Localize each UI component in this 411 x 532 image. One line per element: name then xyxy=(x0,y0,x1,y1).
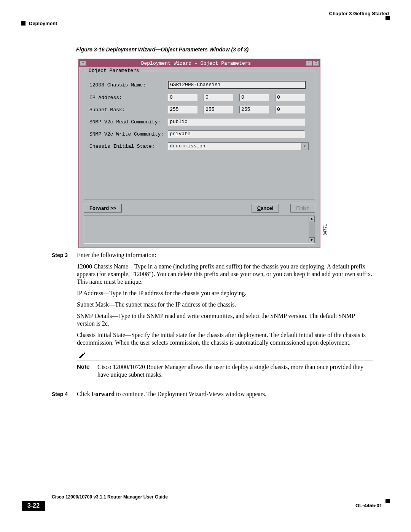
initial-state-select[interactable]: decommission xyxy=(168,142,301,150)
header-marker-icon xyxy=(386,16,390,20)
ip-octet-2-input[interactable]: 0 xyxy=(204,94,233,101)
scroll-up-icon[interactable]: ▲ xyxy=(309,216,315,222)
step-3-label: Step 3 xyxy=(52,251,77,387)
initial-state-label: Chassis Initial State: xyxy=(89,144,168,149)
step-3-p2: IP Address—Type in the IP address for th… xyxy=(77,289,373,297)
ip-octet-1-input[interactable]: 0 xyxy=(168,94,198,101)
footer-doc-code: OL-4455-01 xyxy=(355,503,382,508)
ip-octet-4-input[interactable]: 0 xyxy=(275,94,305,101)
figure-caption: Figure 3-16 Deployment Wizard—Object Par… xyxy=(76,46,249,53)
note-pencil-icon xyxy=(77,352,89,361)
chassis-name-label: 12008 Chassis Name: xyxy=(89,82,168,88)
scroll-down-icon[interactable]: ▼ xyxy=(309,237,315,243)
scroll-track[interactable] xyxy=(309,222,315,237)
section-header: Deployment xyxy=(29,21,57,26)
section-marker-icon xyxy=(21,21,25,26)
object-parameters-group: Object Parameters 12008 Chassis Name: GS… xyxy=(84,71,315,200)
note-text: Cisco 12000/10720 Router Manager allows … xyxy=(97,363,373,379)
finish-button: Finish xyxy=(290,204,315,212)
footer-guide-title: Cisco 12000/10700 v3.1.1 Router Manager … xyxy=(52,494,389,500)
image-id: 84771 xyxy=(323,224,327,236)
step-3-p3: Subnet Mask—The subnet mask for the IP a… xyxy=(77,301,373,308)
group-legend: Object Parameters xyxy=(87,68,141,73)
scrollbar[interactable]: ▲ ▼ xyxy=(309,216,315,243)
deployment-wizard-window: — Deployment Wizard - Object Parameters … xyxy=(78,59,320,248)
footer-marker-icon xyxy=(386,499,390,503)
note-label: Note xyxy=(77,363,97,379)
snmp-read-input[interactable]: public xyxy=(168,118,305,126)
window-menu-icon[interactable]: — xyxy=(80,61,86,66)
ip-octet-3-input[interactable]: 0 xyxy=(239,94,269,101)
log-area: ▲ ▼ xyxy=(84,216,315,244)
mask-octet-4-input[interactable]: 0 xyxy=(275,106,305,113)
step-4-label: Step 4 xyxy=(52,390,77,402)
window-titlebar: — Deployment Wizard - Object Parameters … xyxy=(79,59,320,67)
chapter-header: Chapter 3 Getting Started xyxy=(22,11,389,16)
forward-button[interactable]: Forward >> xyxy=(84,204,122,212)
mask-octet-3-input[interactable]: 255 xyxy=(239,106,269,113)
step-3-p4: SNMP Details—Type in the SNMP read and w… xyxy=(77,312,373,328)
mask-octet-1-input[interactable]: 255 xyxy=(168,106,198,113)
step-3-p5: Chassis Initial State—Specify the initia… xyxy=(77,331,373,347)
snmp-write-input[interactable]: private xyxy=(168,130,305,138)
subnet-mask-label: Subnet Mask: xyxy=(89,107,168,113)
maximize-icon[interactable]: □ xyxy=(313,61,319,66)
ip-address-label: IP Address: xyxy=(89,95,168,101)
chassis-name-input[interactable]: GSR12008-Chassis1 xyxy=(168,81,306,89)
page-number: 3-22 xyxy=(22,501,45,511)
snmp-read-label: SNMP V2c Read Community: xyxy=(89,119,168,125)
minimize-icon[interactable]: ▫ xyxy=(306,61,312,66)
snmp-write-label: SNMP V2c Write Community: xyxy=(89,131,168,137)
step-3-p1: 12000 Chassis Name—Type in a name (inclu… xyxy=(77,263,373,286)
step-4-text: Click Forward to continue. The Deploymen… xyxy=(77,390,373,398)
step-3-intro: Enter the following information: xyxy=(77,251,373,259)
mask-octet-2-input[interactable]: 255 xyxy=(204,106,233,113)
cancel-button[interactable]: Cancel xyxy=(252,204,279,212)
window-title: Deployment Wizard - Object Parameters xyxy=(86,61,306,66)
dropdown-arrow-icon[interactable]: ▾ xyxy=(301,142,309,150)
